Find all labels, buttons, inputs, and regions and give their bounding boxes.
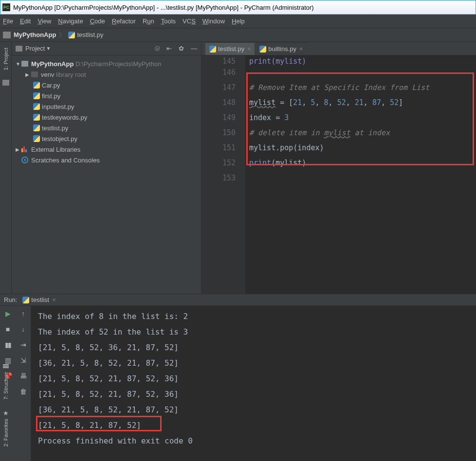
code-line[interactable] [249,171,472,186]
tree-file[interactable]: first.py [14,90,199,101]
run-body: ▶ ■ ▮▮ ▥ 📌 ↑ ↓ ⇥ ⇲ 🖶 🗑 The index of 8 in… [0,306,476,461]
python-file-icon [33,103,40,110]
python-file-icon [22,297,29,303]
line-number: 147 [205,80,236,95]
tree-file[interactable]: testobject.py [14,133,199,144]
tree-scratches[interactable]: Scratches and Consoles [14,155,199,165]
tree-venv[interactable]: ▶ venv library root [14,69,199,80]
line-number: 150 [205,125,236,141]
project-root-path: D:\PycharmProjects\MyPython [75,60,161,68]
gear-icon[interactable]: ✿ [179,45,184,53]
scroll-icon[interactable]: ⇲ [19,356,27,364]
editor-body[interactable]: 145 146147148149150151152153 print(mylis… [201,55,476,294]
file-label: testobject.py [42,135,77,142]
project-panel-title: Project [25,45,45,52]
breadcrumb-project[interactable]: MyPythonApp [14,31,56,38]
expand-icon[interactable]: ▼ [16,61,21,67]
menu-window[interactable]: Window [202,18,225,25]
code-line[interactable] [249,65,472,80]
scratches-icon [21,157,28,163]
code-line[interactable]: mylist.pop(index) [249,141,472,156]
code-line[interactable]: # delete item in mylist at index [249,125,472,141]
tree-file[interactable]: testlist.py [14,123,199,133]
project-panel: Project ▼ ⦾ ⇤ ✿ — ▼ MyPythonApp D:\Pycha… [12,42,201,294]
code-content[interactable]: print(mylist) # Remove Item at Specific … [245,55,476,294]
file-label: testkeywords.py [42,114,87,121]
menu-help[interactable]: Help [232,18,245,25]
python-file-icon [33,92,40,99]
collapse-icon[interactable]: ⇤ [166,45,172,53]
menu-code[interactable]: Code [90,18,105,25]
stop-icon[interactable]: ■ [4,325,12,333]
editor-tabs: testlist.py×builtins.py× [201,42,476,55]
line-gutter: 145 146147148149150151152153 [201,55,245,294]
down-icon[interactable]: ↓ [19,325,27,333]
up-icon[interactable]: ↑ [19,310,27,318]
tree-file[interactable]: Car.py [14,80,199,90]
tree-project-root[interactable]: ▼ MyPythonApp D:\PycharmProjects\MyPytho… [14,58,199,69]
folder-icon[interactable] [2,80,9,86]
code-partial: print(mylist) [249,57,306,66]
close-icon[interactable]: × [52,296,56,303]
code-line[interactable]: index = 3 [249,110,472,125]
trash-icon[interactable]: 🗑 [19,388,27,395]
menu-vcs[interactable]: VCS [183,18,196,25]
rerun-icon[interactable]: ▶ [4,310,12,318]
python-file-icon [33,82,40,89]
tree-file[interactable]: testkeywords.py [14,112,199,123]
project-tree[interactable]: ▼ MyPythonApp D:\PycharmProjects\MyPytho… [12,55,201,168]
code-line[interactable]: mylist = [21, 5, 8, 52, 21, 87, 52] [249,95,472,110]
menu-tools[interactable]: Tools [161,18,176,25]
console-line: Process finished with exit code 0 [38,433,469,449]
folder-icon [16,46,22,52]
code-line[interactable]: print(mylist) [249,156,472,171]
folder-icon [31,71,38,77]
print-icon[interactable]: 🖶 [19,372,27,380]
menu-navigate[interactable]: Navigate [58,18,83,25]
run-config-name: testlist [31,296,49,303]
editor-tab[interactable]: builtins.py× [256,42,307,55]
structure-tool-button[interactable]: 7: Structure [3,372,9,400]
target-icon[interactable]: ⦾ [155,45,160,53]
close-icon[interactable]: × [299,46,303,53]
folder-icon [21,61,28,67]
menu-run[interactable]: Run [143,18,154,25]
menu-view[interactable]: View [37,18,51,25]
tree-external-libs[interactable]: ▶ External Libraries [14,144,199,155]
star-icon[interactable]: ★ [3,409,9,417]
console-line: [21, 5, 8, 52, 36, 21, 87, 52] [38,340,469,355]
run-label: Run: [4,296,17,303]
console-output[interactable]: The index of 8 in the list is: 2The inde… [31,306,476,461]
python-file-icon [68,32,75,38]
breadcrumb-file[interactable]: testlist.py [77,31,103,38]
file-label: inputtest.py [42,103,74,110]
scratches-label: Scratches and Consoles [31,157,100,164]
editor-tab[interactable]: testlist.py× [205,42,255,55]
console-line: [21, 5, 8, 52, 21, 87, 52, 36] [38,371,469,387]
menu-edit[interactable]: Edit [20,18,31,25]
tree-file[interactable]: inputtest.py [14,101,199,112]
close-icon[interactable]: × [247,46,251,53]
line-number: 149 [205,110,236,125]
code-line[interactable]: # Remove Item at Specific Index from Lis… [249,80,472,95]
project-panel-header: Project ▼ ⦾ ⇤ ✿ — [12,42,201,55]
menu-file[interactable]: File [3,18,13,25]
structure-icon[interactable] [3,364,9,370]
bottom-left-tools: 7: Structure ★ 2: Favorites [0,344,12,461]
project-tool-button[interactable]: 1: Project [3,48,9,70]
external-libs-label: External Libraries [31,146,80,153]
main-area: 1: Project Project ▼ ⦾ ⇤ ✿ — ▼ MyPythonA… [0,42,476,294]
wrap-icon[interactable]: ⇥ [19,341,27,349]
expand-icon[interactable]: ▶ [25,72,31,77]
python-file-icon [209,46,216,53]
run-tools-secondary: ↑ ↓ ⇥ ⇲ 🖶 🗑 [16,306,31,461]
dropdown-icon[interactable]: ▼ [46,46,51,51]
favorites-tool-button[interactable]: 2: Favorites [3,419,9,446]
breadcrumb: MyPythonApp 〉 testlist.py [0,28,476,42]
hide-icon[interactable]: — [191,45,197,53]
menu-refactor[interactable]: Refactor [112,18,136,25]
expand-icon[interactable]: ▶ [16,147,21,152]
line-number: 152 [205,156,236,171]
python-file-icon [33,124,40,131]
console-line: [36, 21, 5, 8, 52, 21, 87, 52] [38,402,469,418]
